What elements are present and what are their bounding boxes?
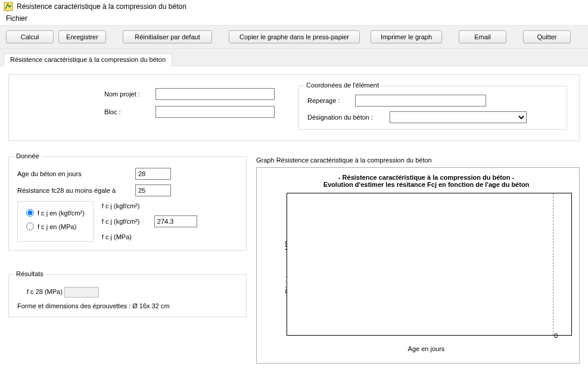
unit-values: f c j (kgf/cm²) f c j (kgf/cm²) f c j (M… [102,201,197,242]
plot-area [287,193,572,336]
tab-resistance[interactable]: Résistence caractéristique à la compress… [4,53,172,66]
resultats-group: Résultats f c 28 (MPa) Forme et dimensio… [8,274,247,317]
fc28-out-label: f c 28 (MPa) [27,288,63,295]
age-input[interactable] [135,168,171,180]
tabstrip: Résistence caractéristique à la compress… [0,49,588,66]
copier-graphe-button[interactable]: Copier le graphe dans le press-papier [229,30,360,43]
page-content: Nom projet : Bloc : Coordonées de l'élém… [0,66,588,372]
reperage-label: Reperage : [307,97,350,104]
fc28-out-value [64,287,99,298]
email-button[interactable]: Email [459,30,506,43]
imprimer-graph-button[interactable]: Imprimer le graph [371,30,442,43]
graph-title: - Résistence caractéristique à la compre… [281,174,572,188]
quitter-button[interactable]: Quitter [523,30,571,43]
designation-label: Désignation du béton : [307,114,385,121]
fc28-min-input[interactable] [135,184,171,196]
val-kgf-input[interactable] [154,215,197,227]
reperage-input[interactable] [355,95,486,107]
title-bar: Résistence caractéristique à la compress… [0,0,588,13]
bloc-input[interactable] [155,106,275,118]
enregistrer-button[interactable]: Enregistrer [58,30,106,43]
fc28-min-label: Résistance fc28 au moins égale à [17,187,130,194]
app-icon [4,2,13,11]
toolbar: Calcul Enregistrer Réinitialiser par def… [0,25,588,49]
zero-line [553,193,553,335]
val-kgf-label: f c j (kgf/cm²) [102,218,148,225]
bloc-label: Bloc : [104,108,151,115]
donnee-group: Donnée Age du béton en jours Résistance … [8,157,247,251]
radio-kgf-label: f c j en (kgf/cm²) [38,209,85,217]
x-tick-zero: 0 [554,332,558,339]
graph-panel: - Résistence caractéristique à la compre… [256,167,580,364]
menubar: Fichier [0,13,588,25]
window-title: Résistence caractéristique à la compress… [17,2,186,11]
graph-xlabel: Age en jours [281,345,572,352]
reinitialiser-button[interactable]: Réinitialiser par defaut [123,30,212,43]
age-label: Age du béton en jours [17,170,130,177]
graph-title-line1: - Résistence caractéristique à la compre… [281,174,572,181]
calcul-button[interactable]: Calcul [6,30,54,43]
unit-radio-group: f c j en (kgf/cm²) f c j en (MPa) [17,201,94,242]
designation-select[interactable] [390,111,527,123]
graph-outer-title: Graph Résistence caractéristique à la co… [256,157,580,164]
radio-mpa-label: f c j en (MPa) [38,223,76,230]
svg-rect-0 [4,2,13,11]
donnee-legend: Donnée [14,152,42,159]
eprouvettes-note: Forme et dimensions des éprouvettes : Ø … [17,302,238,309]
coord-legend: Coordonées de l'élément [304,82,381,89]
nom-projet-input[interactable] [155,88,275,100]
coord-group: Coordonées de l'élément Reperage : Désig… [298,86,567,130]
radio-kgf[interactable] [26,209,34,217]
resultats-legend: Résultats [14,270,46,277]
menu-file[interactable]: Fichier [4,13,30,24]
unit-header: f c j (kgf/cm²) [102,202,148,209]
project-box: Nom projet : Bloc : [104,88,275,130]
top-panel: Nom projet : Bloc : Coordonées de l'élém… [8,74,580,141]
nom-projet-label: Nom projet : [104,90,151,98]
radio-mpa[interactable] [26,223,34,230]
val-mpa-label: f c j (MPa) [102,233,148,240]
graph-title-line2: Evolution d'estimer les résitance Fcj en… [281,181,572,188]
